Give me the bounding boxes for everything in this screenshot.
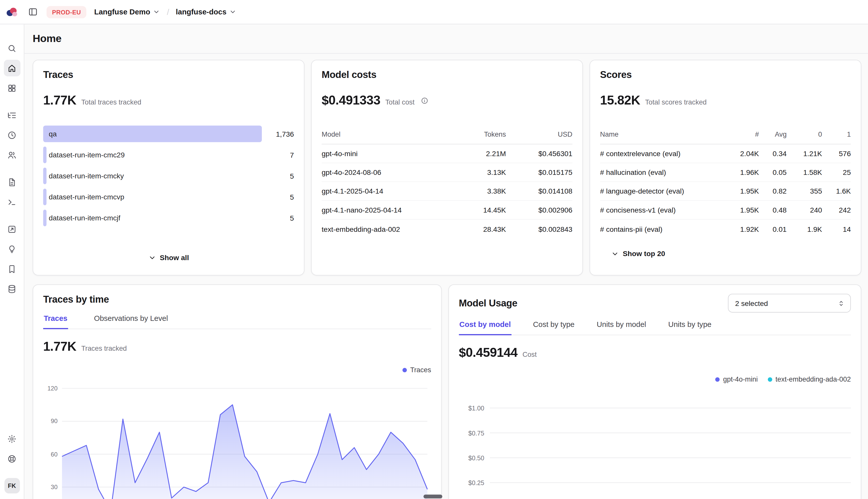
info-icon[interactable] [420,96,428,104]
score-name: # hallucination (eval) [600,168,729,177]
trace-bar-row[interactable]: dataset-run-item-cmc297 [43,146,294,163]
score-zero: 1.9K [787,225,822,233]
tab-units-by-type[interactable]: Units by type [668,320,712,335]
model-usage-metric-label: Cost [522,351,537,358]
tab-observations-by-level[interactable]: Observations by Level [93,314,168,329]
search-icon[interactable] [3,40,20,57]
legend-dot [715,377,720,381]
trace-bar-fill [43,146,47,163]
traces-time-metric: 1.77K [43,339,76,354]
tracing-icon[interactable] [3,107,20,123]
score-row[interactable]: # hallucination (eval)1.96K0.051.58K25 [600,163,851,182]
col-header-zero: 0 [787,130,822,138]
user-avatar[interactable]: FK [4,478,20,494]
score-count: 1.95K [729,206,759,214]
page-title: Home [33,33,61,45]
score-row[interactable]: # contextrelevance (eval)2.04K0.341.21K5… [600,145,851,163]
annotation-icon[interactable] [3,241,20,257]
datasets-icon[interactable] [3,280,20,297]
legend-label: text-embedding-ada-002 [775,376,851,384]
traces-bar-list: qa1,736dataset-run-item-cmc297dataset-ru… [43,125,294,231]
score-zero: 355 [787,187,822,195]
model-cost-row[interactable]: gpt-4.1-nano-2025-04-1414.45K$0.002906 [322,201,572,220]
support-icon[interactable] [3,450,20,467]
gridline [490,433,851,433]
score-avg: 0.82 [759,187,786,195]
settings-icon[interactable] [3,430,20,447]
chevron-down-icon [153,8,160,15]
model-tokens: 3.13K [445,168,506,177]
y-axis-tick: $0.50 [459,454,490,461]
show-top-20-button[interactable]: Show top 20 [611,245,851,262]
usage-legend: gpt-4o-minitext-embedding-ada-002 [459,376,851,384]
gridline [490,458,851,458]
scores-icon[interactable] [3,260,20,277]
model-cost-row[interactable]: gpt-4o-mini2.21M$0.456301 [322,145,572,163]
card-title: Model Usage [459,297,517,309]
chevrons-up-down-icon [837,299,845,307]
tab-cost-by-type[interactable]: Cost by type [533,320,575,335]
model-costs-metric-label: Total cost [385,98,415,106]
model-cost-row[interactable]: text-embedding-ada-00228.43K$0.002843 [322,220,572,239]
tab-units-by-model[interactable]: Units by model [596,320,647,335]
score-row[interactable]: # language-detector (eval)1.95K0.823551.… [600,182,851,201]
show-all-button[interactable]: Show all [43,249,294,266]
score-zero: 240 [787,206,822,214]
users-icon[interactable] [3,146,20,163]
trace-bar-row[interactable]: dataset-run-item-cmcjf5 [43,210,294,227]
model-cost-row[interactable]: gpt-4.1-2025-04-143.38K$0.014108 [322,182,572,201]
trace-bar-value: 5 [262,214,294,222]
score-row[interactable]: # contains-pii (eval)1.92K0.011.9K14 [600,220,851,239]
trace-bar-track: dataset-run-item-cmcky [43,168,262,184]
project-selector[interactable]: langfuse-docs [176,8,236,16]
traces-metric: 1.77K [43,93,76,108]
score-avg: 0.48 [759,206,786,214]
home-icon[interactable] [3,60,20,76]
model-usage-metric: $0.459144 [459,345,518,360]
tab-cost-by-model[interactable]: Cost by model [459,320,511,335]
model-select[interactable]: 2 selected [728,294,851,313]
y-axis-tick: 30 [51,484,58,490]
score-one: 1.6K [822,187,851,195]
card-title: Scores [600,69,851,81]
model-tokens: 2.21M [445,149,506,158]
score-count: 1.96K [729,168,759,177]
app-window: PROD-EU Langfuse Demo / langfuse-docs [0,0,868,499]
model-name: gpt-4.1-nano-2025-04-14 [322,206,445,214]
model-costs-table: Model Tokens USD gpt-4o-mini2.21M$0.4563… [322,124,572,239]
usage-grid-row: $0.50 [459,445,851,470]
breadcrumb-divider: / [167,7,169,16]
sessions-icon[interactable] [3,127,20,144]
y-axis-tick: 120 [47,385,58,392]
panel-left-icon [28,7,37,16]
trace-bar-row[interactable]: dataset-run-item-cmcky5 [43,168,294,184]
score-name: # language-detector (eval) [600,187,729,195]
model-name: gpt-4o-2024-08-06 [322,168,445,177]
legend-label: Traces [410,366,431,374]
prompts-icon[interactable] [3,173,20,190]
model-usd: $0.014108 [506,187,572,195]
trace-bar-row[interactable]: dataset-run-item-cmcvp5 [43,189,294,206]
horizontal-scrollbar-thumb[interactable] [423,495,442,498]
scores-table: Name # Avg 0 1 # contextrelevance (eval)… [600,124,851,239]
legend-item: Traces [402,366,431,374]
score-row[interactable]: # conciseness-v1 (eval)1.95K0.48240242 [600,201,851,220]
legend-dot [768,377,772,381]
langfuse-logo[interactable] [0,6,24,18]
playground-icon[interactable] [3,194,20,210]
tab-traces[interactable]: Traces [43,314,68,329]
scores-metric-label: Total scores tracked [645,98,707,106]
score-zero: 1.21K [787,149,822,158]
usage-grid-row: $0.25 [459,470,851,495]
chevron-down-icon [148,254,156,261]
trace-bar-row[interactable]: qa1,736 [43,125,294,142]
sidebar-toggle-button[interactable] [24,3,41,20]
org-selector[interactable]: Langfuse Demo [94,8,160,16]
evaluation-icon[interactable] [3,221,20,238]
trace-bar-label: qa [49,130,57,138]
model-usage-card: Model Usage 2 selected Cost by model Cos… [448,284,861,499]
scores-header: Name # Avg 0 1 [600,124,851,145]
dashboards-icon[interactable] [3,80,20,96]
model-cost-row[interactable]: gpt-4o-2024-08-063.13K$0.015175 [322,163,572,182]
main-content: Home Traces 1.77K Total traces tracked q… [24,24,868,499]
